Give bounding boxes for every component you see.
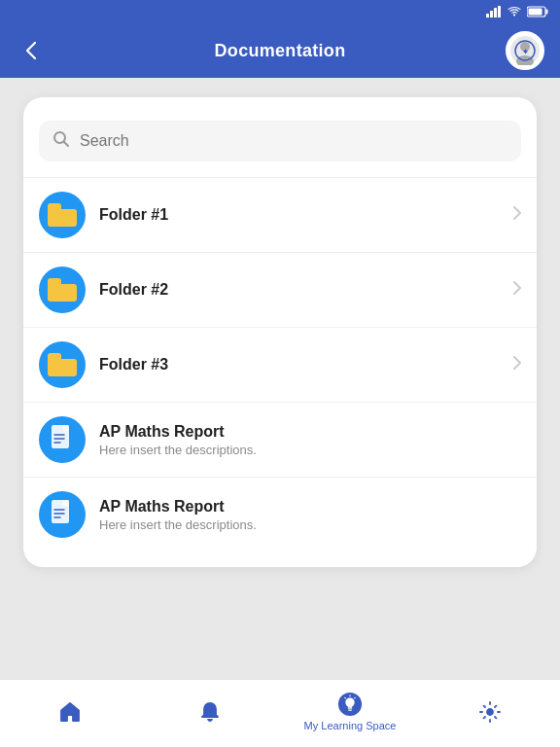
svg-line-14 [64,142,69,147]
status-bar [0,0,560,23]
list-item[interactable]: Folder #2 [23,252,537,327]
item-title: AP Maths Report [99,423,521,441]
folder-icon-circle [39,192,86,238]
tab-notifications[interactable] [140,699,280,725]
header: Documentation ✦ [0,23,560,78]
svg-rect-3 [498,6,501,18]
svg-point-29 [487,709,493,715]
settings-icon [477,699,503,725]
back-button[interactable] [16,35,47,66]
svg-rect-0 [486,14,489,18]
folder-icon [48,203,77,227]
chevron-right-icon [513,356,521,374]
page-title: Documentation [215,41,346,61]
svg-rect-25 [348,710,352,711]
svg-rect-7 [529,9,542,16]
search-bar[interactable] [39,121,521,161]
list-item[interactable]: AP Maths Report Here insert the descript… [23,402,537,477]
item-title: Folder #1 [99,206,500,224]
tab-label: My Learning Space [304,720,397,731]
folder-icon-circle [39,267,86,313]
content-card: Folder #1 Folder #2 [23,97,537,567]
svg-rect-1 [490,11,493,18]
document-icon [50,425,75,454]
folder-icon [48,278,77,302]
item-title: Folder #2 [99,281,500,299]
svg-rect-24 [348,708,353,709]
svg-text:✦: ✦ [522,48,529,56]
chevron-right-icon [513,281,521,299]
chevron-right-icon [513,206,521,224]
home-icon [57,699,83,725]
wifi-icon [507,6,522,18]
document-icon-circle [39,491,86,538]
bell-icon [197,699,223,725]
search-input[interactable] [80,132,508,150]
item-description: Here insert the descriptions. [99,443,521,457]
svg-rect-6 [546,10,548,15]
document-icon-circle [39,416,86,463]
folder-icon [48,353,77,376]
svg-rect-2 [494,8,497,18]
svg-point-4 [513,14,515,16]
item-description: Here insert the descriptions. [99,517,521,532]
list-item[interactable]: AP Maths Report Here insert the descript… [23,477,537,551]
list-item[interactable]: Folder #3 [23,327,537,402]
tab-home[interactable] [0,699,140,725]
search-icon [52,130,70,152]
svg-line-28 [355,697,356,698]
folder-icon-circle [39,341,86,388]
document-icon [50,500,75,529]
main-content: Folder #1 Folder #2 [0,78,560,679]
user-avatar[interactable]: ✦ [506,31,544,70]
signal-icon [486,6,502,18]
tab-learning-space[interactable]: My Learning Space [280,692,420,731]
tab-settings[interactable] [420,699,560,725]
svg-line-27 [345,697,346,698]
item-title: Folder #3 [99,356,500,374]
lightbulb-icon [337,692,363,717]
tab-bar: My Learning Space [0,679,560,747]
list-item[interactable]: Folder #1 [23,177,537,252]
item-title: AP Maths Report [99,498,521,516]
battery-icon [527,6,548,18]
